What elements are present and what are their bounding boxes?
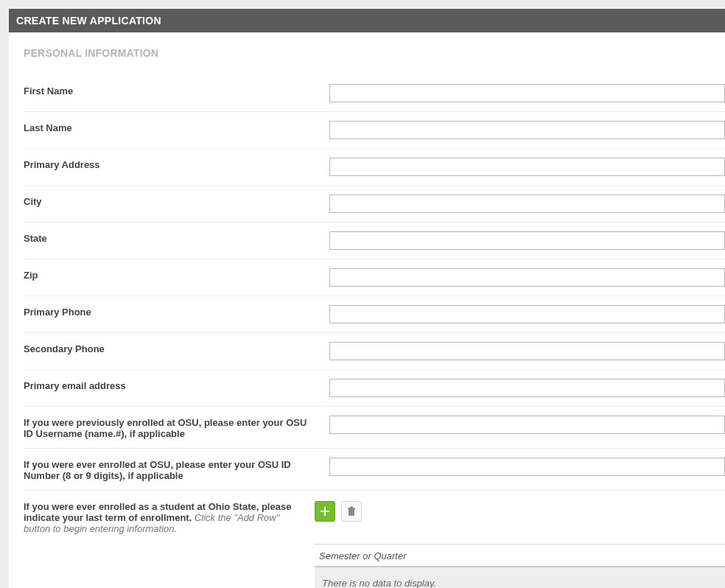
primary-phone-label: Primary Phone (24, 305, 329, 318)
last-term-label: If you were ever enrolled as a student a… (24, 501, 315, 534)
last-term-grid: Semester or Quarter There is no data to … (315, 544, 725, 588)
plus-icon (320, 506, 330, 517)
secondary-phone-label: Secondary Phone (24, 342, 329, 354)
svg-rect-4 (350, 507, 353, 508)
svg-rect-2 (349, 509, 354, 516)
zip-label: Zip (24, 268, 329, 281)
svg-rect-1 (321, 511, 329, 512)
osu-id-input[interactable] (329, 458, 725, 476)
address-input[interactable] (329, 158, 725, 176)
osu-username-input[interactable] (329, 416, 725, 434)
first-name-input[interactable] (329, 84, 725, 102)
city-label: City (24, 195, 329, 207)
section-title: PERSONAL INFORMATION (24, 47, 725, 59)
first-name-label: First Name (24, 84, 329, 97)
state-input[interactable] (329, 231, 725, 250)
delete-row-button[interactable] (341, 501, 362, 522)
trash-icon (346, 506, 357, 517)
city-input[interactable] (329, 195, 725, 213)
last-name-input[interactable] (329, 121, 725, 139)
last-name-label: Last Name (24, 121, 329, 133)
secondary-phone-input[interactable] (329, 342, 725, 360)
osu-id-label: If you were ever enrolled at OSU, please… (24, 458, 329, 481)
primary-email-label: Primary email address (24, 379, 329, 391)
panel-header: CREATE NEW APPLICATION (9, 9, 725, 32)
osu-username-label: If you were previously enrolled at OSU, … (24, 416, 329, 439)
primary-phone-input[interactable] (329, 305, 725, 323)
state-label: State (24, 231, 329, 244)
grid-column-header: Semester or Quarter (315, 545, 725, 567)
grid-empty-message: There is no data to display. (315, 567, 725, 588)
primary-email-input[interactable] (329, 379, 725, 397)
zip-input[interactable] (329, 268, 725, 287)
add-row-button[interactable] (315, 501, 335, 522)
address-label: Primary Address (24, 158, 329, 170)
